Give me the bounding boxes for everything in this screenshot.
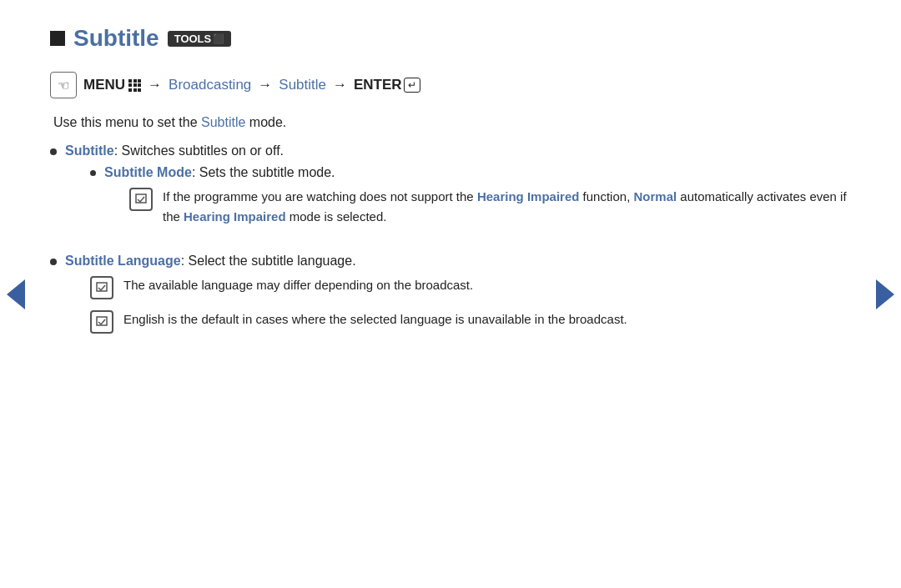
description-link: Subtitle bbox=[201, 115, 245, 129]
note-icon-2 bbox=[90, 276, 113, 299]
page-title: Subtitle bbox=[73, 25, 159, 52]
menu-text: MENU bbox=[83, 77, 125, 93]
sub-bullet-link-subtitle-mode: Subtitle Mode bbox=[104, 165, 192, 179]
note-link-hearing-impaired-2: Hearing Impaired bbox=[184, 209, 286, 224]
bullet-dot-2 bbox=[50, 259, 57, 265]
note-item-language-1: The available language may differ depend… bbox=[90, 275, 851, 299]
menu-path-subtitle: Subtitle bbox=[279, 77, 326, 93]
enter-text: ENTER bbox=[354, 77, 402, 93]
note-link-normal: Normal bbox=[633, 189, 677, 204]
arrow-3: → bbox=[333, 77, 347, 93]
main-bullet-list: Subtitle: Switches subtitles on or off. … bbox=[50, 143, 851, 344]
note-text-language-2: English is the default in cases where th… bbox=[123, 309, 851, 329]
bullet-link-subtitle: Subtitle bbox=[65, 143, 114, 158]
bullet-dot-1 bbox=[50, 148, 57, 155]
note-item-language-2: English is the default in cases where th… bbox=[90, 309, 851, 334]
black-square-icon bbox=[50, 31, 65, 46]
arrow-1: → bbox=[148, 77, 162, 93]
bullet-content-subtitle: Subtitle: Switches subtitles on or off. … bbox=[65, 143, 851, 245]
notes-container-subtitle-language: The available language may differ depend… bbox=[65, 275, 851, 334]
description-suffix: mode. bbox=[249, 115, 286, 129]
bullet-item-subtitle-language: Subtitle Language: Select the subtitle l… bbox=[50, 254, 851, 344]
note-item-hearing: If the programme you are watching does n… bbox=[129, 187, 851, 227]
note-link-hearing-impaired-1: Hearing Impaired bbox=[477, 189, 580, 204]
tools-badge: TOOLS ⬛ bbox=[168, 31, 232, 47]
bullet-text-subtitle-language: : Select the subtitle language. bbox=[181, 254, 356, 268]
enter-icon: ↵ bbox=[404, 78, 420, 93]
bullet-content-subtitle-language: Subtitle Language: Select the subtitle l… bbox=[65, 254, 851, 344]
menu-path-broadcasting: Broadcasting bbox=[169, 77, 251, 93]
notes-container-subtitle-mode: If the programme you are watching does n… bbox=[104, 187, 851, 227]
sub-bullet-list-subtitle: Subtitle Mode: Sets the subtitle mode. bbox=[65, 165, 851, 237]
sub-bullet-dot-1 bbox=[90, 170, 96, 176]
enter-label: ENTER ↵ bbox=[354, 77, 420, 93]
sub-bullet-item-subtitle-mode: Subtitle Mode: Sets the subtitle mode. bbox=[90, 165, 851, 237]
menu-grid-icon bbox=[128, 79, 141, 92]
bullet-item-subtitle: Subtitle: Switches subtitles on or off. … bbox=[50, 143, 851, 245]
description-prefix: Use this menu to set the bbox=[53, 115, 198, 129]
bullet-link-subtitle-language: Subtitle Language bbox=[65, 254, 181, 268]
arrow-2: → bbox=[258, 77, 272, 93]
note-text-language-1: The available language may differ depend… bbox=[123, 275, 851, 295]
bullet-text-subtitle: : Switches subtitles on or off. bbox=[114, 143, 284, 158]
sub-bullet-text-subtitle-mode: : Sets the subtitle mode. bbox=[192, 165, 335, 179]
description-text: Use this menu to set the Subtitle mode. bbox=[50, 115, 851, 130]
note-text-hearing: If the programme you are watching does n… bbox=[163, 187, 851, 227]
menu-hand-icon: ☜ bbox=[50, 72, 77, 98]
header-row: Subtitle TOOLS ⬛ bbox=[50, 25, 851, 52]
tools-label: TOOLS bbox=[174, 33, 212, 45]
note-icon-3 bbox=[90, 310, 113, 334]
note-icon-1 bbox=[129, 188, 153, 211]
menu-label: MENU bbox=[83, 77, 141, 93]
tools-screen-icon: ⬛ bbox=[213, 33, 224, 44]
sub-bullet-content-subtitle-mode: Subtitle Mode: Sets the subtitle mode. bbox=[104, 165, 851, 237]
menu-path-row: ☜ MENU → Broadcasting → Subtitle → ENTER… bbox=[50, 72, 851, 98]
